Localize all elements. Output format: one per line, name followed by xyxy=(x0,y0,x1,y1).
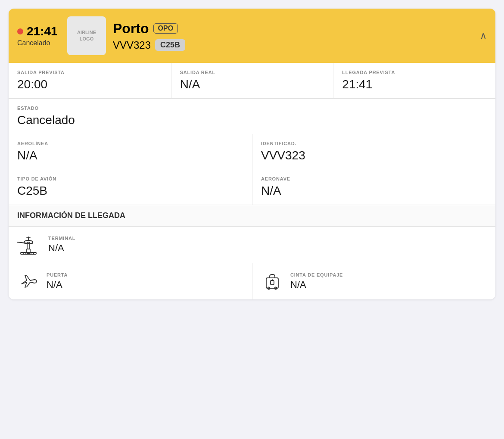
plane-icon xyxy=(17,270,40,293)
flight-row: VVV323 C25B xyxy=(113,39,487,51)
identificad-label: IDENTIFICAD. xyxy=(261,141,487,146)
airline-id-section: AEROLÍNEA N/A IDENTIFICAD. VVV323 xyxy=(9,134,495,169)
flight-number: VVV323 xyxy=(113,39,151,51)
estado-label: ESTADO xyxy=(17,106,487,111)
salida-real-label: SALIDA REAL xyxy=(180,70,325,75)
terminal-icon xyxy=(17,234,40,256)
city-row: Porto OPO xyxy=(113,21,487,37)
terminal-label: TERMINAL xyxy=(48,236,75,241)
salida-prevista-cell: SALIDA PREVISTA 20:00 xyxy=(9,63,171,98)
gate-baggage-row: PUERTA N/A CINTA D xyxy=(9,263,495,299)
info-llegada-title: INFORMACIÓN DE LLEGADA xyxy=(9,205,495,226)
estado-value: Cancelado xyxy=(17,113,487,127)
llegada-prevista-label: LLEGADA PREVISTA xyxy=(342,70,487,75)
status-dot-icon xyxy=(17,28,23,34)
tipo-avion-label: TIPO DE AVIÓN xyxy=(17,176,243,181)
identificad-value: VVV323 xyxy=(261,149,487,162)
airplane-icon xyxy=(18,271,39,292)
llegada-prevista-value: 21:41 xyxy=(342,78,487,91)
puerta-text: PUERTA N/A xyxy=(47,272,68,290)
cinta-text: CINTA DE EQUIPAJE N/A xyxy=(290,272,343,290)
puerta-cell: PUERTA N/A xyxy=(9,263,252,299)
cinta-label: CINTA DE EQUIPAJE xyxy=(290,272,343,277)
salida-prevista-value: 20:00 xyxy=(17,78,162,91)
salida-real-value: N/A xyxy=(180,78,325,91)
aerolinea-label: AEROLÍNEA xyxy=(17,141,243,146)
aeronave-value: N/A xyxy=(261,184,487,198)
terminal-text: TERMINAL N/A xyxy=(48,236,75,254)
tipo-avion-value: C25B xyxy=(17,184,243,198)
header-time-row: 21:41 xyxy=(17,25,58,38)
cinta-cell: CINTA DE EQUIPAJE N/A xyxy=(252,263,495,299)
aeronave-cell: AERONAVE N/A xyxy=(252,169,495,205)
llegada-prevista-cell: LLEGADA PREVISTA 21:41 xyxy=(333,63,495,98)
header-status-block: 21:41 Cancelado xyxy=(17,25,60,47)
aircraft-section: TIPO DE AVIÓN C25B AERONAVE N/A xyxy=(9,169,495,205)
iata-badge: OPO xyxy=(153,23,178,34)
header-time-value: 21:41 xyxy=(27,25,58,38)
identificad-cell: IDENTIFICAD. VVV323 xyxy=(252,134,495,169)
header-flight-info: Porto OPO VVV323 C25B xyxy=(113,21,487,51)
puerta-value: N/A xyxy=(47,279,68,290)
aircraft-type-badge: C25B xyxy=(155,39,185,51)
aeronave-label: AERONAVE xyxy=(261,176,487,181)
aerolinea-cell: AEROLÍNEA N/A xyxy=(9,134,252,169)
flight-card: 21:41 Cancelado AIRLINE LOGO Porto OPO V… xyxy=(9,9,495,299)
times-section: SALIDA PREVISTA 20:00 SALIDA REAL N/A LL… xyxy=(9,63,495,98)
puerta-label: PUERTA xyxy=(47,272,68,277)
baggage-icon xyxy=(261,270,283,293)
destination-city: Porto xyxy=(113,21,149,37)
airline-logo: AIRLINE LOGO xyxy=(67,16,106,55)
flight-header: 21:41 Cancelado AIRLINE LOGO Porto OPO V… xyxy=(9,9,495,63)
cinta-value: N/A xyxy=(290,279,343,290)
header-status-label: Cancelado xyxy=(17,39,50,47)
salida-real-cell: SALIDA REAL N/A xyxy=(171,63,333,98)
terminal-value: N/A xyxy=(48,243,75,254)
tipo-avion-cell: TIPO DE AVIÓN C25B xyxy=(9,169,252,205)
aerolinea-value: N/A xyxy=(17,149,243,162)
estado-section: ESTADO Cancelado xyxy=(9,98,495,134)
salida-prevista-label: SALIDA PREVISTA xyxy=(17,70,162,75)
chevron-up-icon[interactable]: ∧ xyxy=(480,30,487,41)
terminal-row: TERMINAL N/A xyxy=(9,226,495,263)
airport-tower-icon xyxy=(17,234,40,256)
svg-rect-16 xyxy=(271,280,274,285)
luggage-icon xyxy=(262,271,283,292)
